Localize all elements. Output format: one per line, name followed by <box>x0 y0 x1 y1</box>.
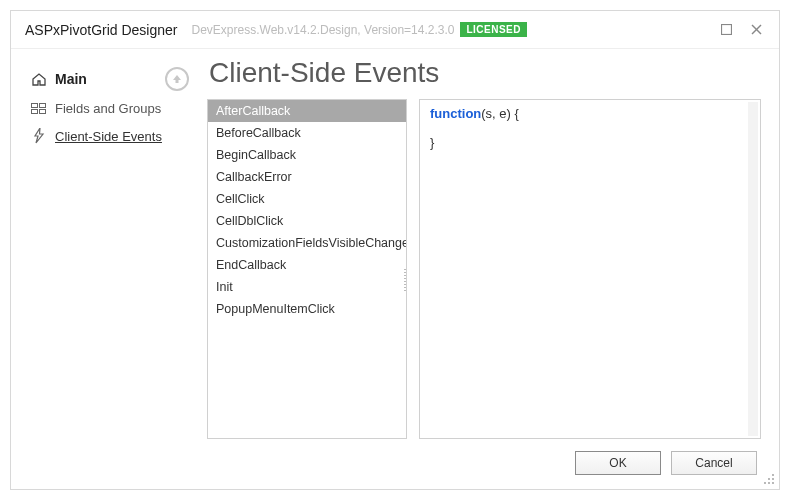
svg-rect-6 <box>40 109 46 113</box>
svg-point-10 <box>764 482 766 484</box>
nav-up-button[interactable] <box>165 67 189 91</box>
split-panes: AfterCallbackBeforeCallbackBeginCallback… <box>207 99 761 439</box>
code-editor[interactable]: function(s, e) { } <box>419 99 761 439</box>
arrow-up-icon <box>172 74 182 84</box>
event-item[interactable]: Init <box>208 276 406 298</box>
window-body: Main Fields and Groups Client-Side Event… <box>11 49 779 489</box>
event-item[interactable]: BeginCallback <box>208 144 406 166</box>
nav-item-client-side-events[interactable]: Client-Side Events <box>23 122 195 150</box>
code-line-close: } <box>430 135 750 150</box>
svg-point-9 <box>772 478 774 480</box>
nav-item-label: Fields and Groups <box>55 101 161 116</box>
sidebar: Main Fields and Groups Client-Side Event… <box>11 49 201 489</box>
assembly-version: DevExpress.Web.v14.2.Design, Version=14.… <box>192 23 455 37</box>
event-item[interactable]: CellDblClick <box>208 210 406 232</box>
code-line-1: function(s, e) { <box>430 106 750 121</box>
fields-icon <box>29 103 49 115</box>
code-keyword: function <box>430 106 481 121</box>
event-item[interactable]: PopupMenuItemClick <box>208 298 406 320</box>
svg-point-8 <box>768 478 770 480</box>
page-title: Client-Side Events <box>209 57 761 89</box>
editor-scrollbar[interactable] <box>748 102 758 436</box>
event-item[interactable]: AfterCallback <box>208 100 406 122</box>
close-button[interactable] <box>741 18 771 42</box>
event-item[interactable]: EndCallback <box>208 254 406 276</box>
svg-point-7 <box>772 474 774 476</box>
cancel-button[interactable]: Cancel <box>671 451 757 475</box>
lightning-icon <box>29 128 49 144</box>
svg-rect-0 <box>721 25 731 35</box>
code-signature: (s, e) { <box>481 106 519 121</box>
svg-rect-3 <box>32 103 38 107</box>
svg-point-12 <box>772 482 774 484</box>
home-icon <box>29 72 49 86</box>
event-item[interactable]: CallbackError <box>208 166 406 188</box>
event-item[interactable]: CustomizationFieldsVisibleChanged <box>208 232 406 254</box>
nav-item-fields-and-groups[interactable]: Fields and Groups <box>23 95 195 122</box>
events-list[interactable]: AfterCallbackBeforeCallbackBeginCallback… <box>207 99 407 439</box>
maximize-button[interactable] <box>711 18 741 42</box>
maximize-icon <box>721 24 732 35</box>
nav-item-label: Client-Side Events <box>55 129 162 144</box>
close-icon <box>751 24 762 35</box>
ok-button[interactable]: OK <box>575 451 661 475</box>
svg-rect-5 <box>40 103 46 107</box>
event-item[interactable]: CellClick <box>208 188 406 210</box>
event-item[interactable]: BeforeCallback <box>208 122 406 144</box>
svg-point-11 <box>768 482 770 484</box>
svg-rect-4 <box>32 109 38 113</box>
nav-section-label: Main <box>55 71 87 87</box>
dialog-buttons: OK Cancel <box>207 439 761 479</box>
resize-grip-icon[interactable] <box>763 473 775 485</box>
titlebar: ASPxPivotGrid Designer DevExpress.Web.v1… <box>11 11 779 49</box>
window-title: ASPxPivotGrid Designer <box>25 22 178 38</box>
content-area: Client-Side Events AfterCallbackBeforeCa… <box>201 49 779 489</box>
designer-window: ASPxPivotGrid Designer DevExpress.Web.v1… <box>10 10 780 490</box>
license-badge: LICENSED <box>460 22 527 37</box>
nav-section-main[interactable]: Main <box>23 63 195 95</box>
